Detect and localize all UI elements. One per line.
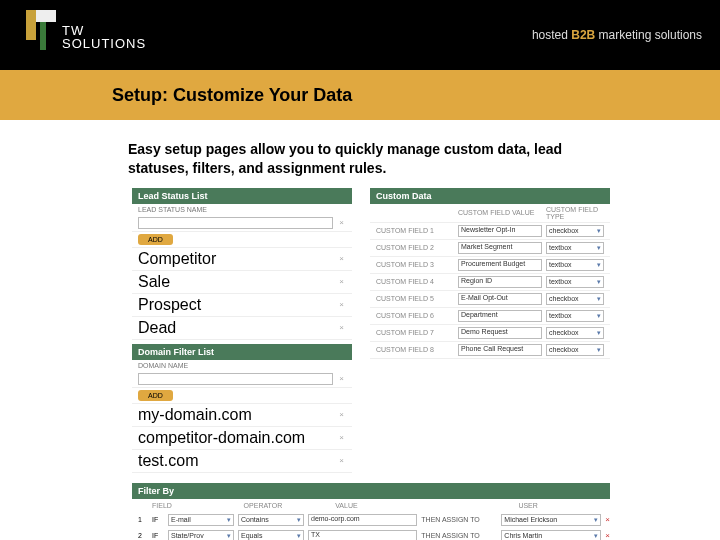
custom-col2: CUSTOM FIELD TYPE (546, 206, 604, 220)
user-select[interactable]: Michael Erickson▾ (501, 514, 601, 526)
custom-label: CUSTOM FIELD 5 (376, 295, 454, 302)
domain-input[interactable] (138, 373, 333, 385)
lead-status-item: Prospect (138, 296, 333, 314)
custom-type-select[interactable]: checkbox▾ (546, 344, 604, 356)
user-select[interactable]: Chris Martin▾ (501, 530, 601, 540)
chevron-down-icon: ▾ (597, 244, 601, 252)
chevron-down-icon: ▾ (597, 278, 601, 286)
domain-item: my-domain.com (138, 406, 333, 424)
lead-status-col: LEAD STATUS NAME (132, 204, 352, 215)
header-bar: TW SOLUTIONS hosted B2B marketing soluti… (0, 0, 720, 70)
custom-value-input[interactable]: Demo Request (458, 327, 542, 339)
filter-row: 1 IF E-mail▾ Contains▾ demo-corp.com THE… (132, 512, 610, 528)
chevron-down-icon: ▾ (297, 516, 301, 524)
lead-status-item: Competitor (138, 250, 333, 268)
clear-icon[interactable]: × (337, 374, 346, 383)
domain-add-button-row: ADD (132, 388, 352, 404)
domain-filter-heading: Domain Filter List (132, 344, 352, 360)
chevron-down-icon: ▾ (227, 516, 231, 524)
custom-label: CUSTOM FIELD 2 (376, 244, 454, 251)
delete-icon[interactable]: × (337, 300, 346, 309)
row-num: 2 (138, 532, 148, 539)
domain-item: test.com (138, 452, 333, 470)
custom-type-select[interactable]: textbox▾ (546, 276, 604, 288)
lead-status-item: Sale (138, 273, 333, 291)
delete-icon[interactable]: × (337, 410, 346, 419)
delete-icon[interactable]: × (337, 456, 346, 465)
custom-label: CUSTOM FIELD 1 (376, 227, 454, 234)
lead-status-input[interactable] (138, 217, 333, 229)
col-value: VALUE (335, 502, 427, 509)
list-item: test.com× (132, 450, 352, 473)
custom-col1: CUSTOM FIELD VALUE (458, 209, 542, 216)
list-item: my-domain.com× (132, 404, 352, 427)
domain-add-row: × (132, 371, 352, 388)
field-select[interactable]: E-mail▾ (168, 514, 234, 526)
domain-item: competitor-domain.com (138, 429, 333, 447)
delete-icon[interactable]: × (337, 433, 346, 442)
add-button[interactable]: ADD (138, 234, 173, 245)
operator-select[interactable]: Equals▾ (238, 530, 304, 540)
list-item: Competitor× (132, 248, 352, 271)
custom-value-input[interactable]: Department (458, 310, 542, 322)
custom-row: CUSTOM FIELD 1Newsletter Opt-Incheckbox▾ (370, 223, 610, 240)
value-input[interactable]: TX (308, 530, 417, 540)
lead-status-add-button-row: ADD (132, 232, 352, 248)
tagline-lead: hosted (532, 28, 571, 42)
col-field: FIELD (152, 502, 244, 509)
value-input[interactable]: demo-corp.com (308, 514, 417, 526)
left-panels: Lead Status List LEAD STATUS NAME × ADD … (132, 188, 352, 473)
custom-row: CUSTOM FIELD 5E-Mail Opt-Outcheckbox▾ (370, 291, 610, 308)
custom-value-input[interactable]: Newsletter Opt-In (458, 225, 542, 237)
col-user: USER (518, 502, 610, 509)
custom-value-input[interactable]: Phone Call Request (458, 344, 542, 356)
assign-label: THEN ASSIGN TO (421, 532, 497, 539)
tagline-tail: marketing solutions (595, 28, 702, 42)
list-item: Prospect× (132, 294, 352, 317)
delete-icon[interactable]: × (337, 254, 346, 263)
custom-data-heading: Custom Data (370, 188, 610, 204)
brand-text: TW SOLUTIONS (62, 24, 146, 50)
operator-select[interactable]: Contains▾ (238, 514, 304, 526)
brand-logo: TW SOLUTIONS (26, 10, 146, 50)
chevron-down-icon: ▾ (227, 532, 231, 540)
chevron-down-icon: ▾ (594, 532, 598, 540)
filter-by-panel: Filter By FIELD OPERATOR VALUE USER 1 IF… (132, 483, 610, 540)
custom-type-select[interactable]: checkbox▾ (546, 225, 604, 237)
field-select[interactable]: State/Prov▾ (168, 530, 234, 540)
chevron-down-icon: ▾ (597, 261, 601, 269)
col-operator: OPERATOR (244, 502, 336, 509)
custom-value-input[interactable]: E-Mail Opt-Out (458, 293, 542, 305)
chevron-down-icon: ▾ (297, 532, 301, 540)
lead-paragraph: Easy setup pages allow you to quickly ma… (128, 140, 588, 178)
delete-icon[interactable]: × (337, 277, 346, 286)
custom-type-select[interactable]: checkbox▾ (546, 327, 604, 339)
custom-row: CUSTOM FIELD 7Demo Requestcheckbox▾ (370, 325, 610, 342)
list-item: Dead× (132, 317, 352, 340)
custom-value-input[interactable]: Procurement Budget (458, 259, 542, 271)
page-title: Setup: Customize Your Data (112, 85, 352, 106)
remove-icon[interactable]: × (605, 531, 610, 540)
list-item: competitor-domain.com× (132, 427, 352, 450)
custom-value-input[interactable]: Region ID (458, 276, 542, 288)
custom-type-select[interactable]: textbox▾ (546, 310, 604, 322)
remove-icon[interactable]: × (605, 515, 610, 524)
chevron-down-icon: ▾ (597, 329, 601, 337)
clear-icon[interactable]: × (337, 218, 346, 227)
custom-row: CUSTOM FIELD 4Region IDtextbox▾ (370, 274, 610, 291)
row-cond: IF (152, 532, 164, 539)
custom-value-input[interactable]: Market Segment (458, 242, 542, 254)
custom-row: CUSTOM FIELD 6Departmenttextbox▾ (370, 308, 610, 325)
custom-type-select[interactable]: textbox▾ (546, 259, 604, 271)
custom-label: CUSTOM FIELD 4 (376, 278, 454, 285)
panel-row: Lead Status List LEAD STATUS NAME × ADD … (132, 188, 720, 473)
lead-status-heading: Lead Status List (132, 188, 352, 204)
custom-row: CUSTOM FIELD 8Phone Call Requestcheckbox… (370, 342, 610, 359)
custom-type-select[interactable]: checkbox▾ (546, 293, 604, 305)
chevron-down-icon: ▾ (597, 227, 601, 235)
filter-cols: FIELD OPERATOR VALUE USER (132, 499, 610, 512)
add-button[interactable]: ADD (138, 390, 173, 401)
custom-type-select[interactable]: textbox▾ (546, 242, 604, 254)
delete-icon[interactable]: × (337, 323, 346, 332)
filter-row: 2 IF State/Prov▾ Equals▾ TX THEN ASSIGN … (132, 528, 610, 540)
